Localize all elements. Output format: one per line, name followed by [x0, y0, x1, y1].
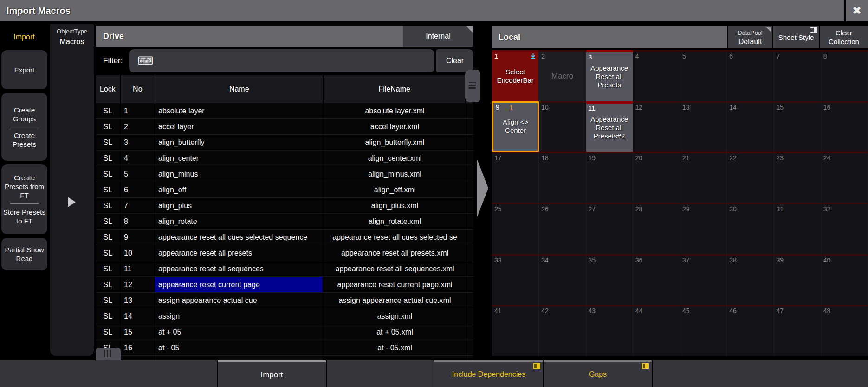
table-row[interactable]: SL14assignassign.xml: [96, 308, 473, 324]
table-row[interactable]: SL6align_offalign_off.xml: [96, 182, 473, 198]
table-row[interactable]: SL2accel layeraccel layer.xml: [96, 119, 473, 135]
cell-name[interactable]: at + 05: [155, 324, 324, 340]
cell-no[interactable]: 1: [121, 103, 155, 118]
table-row[interactable]: SL15at + 05at + 05.xml: [96, 324, 473, 340]
cell-lock[interactable]: SL: [96, 308, 121, 324]
cell-name[interactable]: assign appearance actual cue: [155, 293, 324, 308]
cell-filename[interactable]: appearance reset all sequences.xml: [324, 261, 467, 276]
cell-no[interactable]: 16: [121, 340, 155, 355]
pool-cell-39[interactable]: 39: [774, 254, 821, 305]
pool-cell-46[interactable]: 46: [727, 305, 774, 356]
pool-cell-27[interactable]: 27: [586, 203, 633, 254]
pool-cell-29[interactable]: 29: [680, 203, 727, 254]
cell-no[interactable]: 10: [121, 245, 155, 261]
pool-cell-8[interactable]: 8: [821, 50, 868, 101]
table-row[interactable]: SL16at - 05at - 05.xml: [96, 340, 473, 356]
cell-lock[interactable]: SL: [96, 324, 121, 340]
create-presets-button[interactable]: Create Presets: [1, 128, 47, 151]
pool-cell-30[interactable]: 30: [727, 203, 774, 254]
cell-name[interactable]: align_plus: [155, 198, 324, 213]
table-row[interactable]: SL5align_minusalign_minus.xml: [96, 166, 473, 182]
pool-cell-21[interactable]: 21: [680, 152, 727, 203]
pool-cell-34[interactable]: 34: [539, 254, 586, 305]
clear-collection-button[interactable]: Clear Collection: [820, 26, 868, 48]
cell-name[interactable]: appearance reset current page: [155, 277, 324, 292]
pool-cell-9[interactable]: 91Align <> Center: [492, 101, 539, 152]
cell-lock[interactable]: SL: [96, 261, 121, 276]
cell-filename[interactable]: accel layer.xml: [324, 119, 467, 134]
cell-no[interactable]: 15: [121, 324, 155, 340]
pool-cell-33[interactable]: 33: [492, 254, 539, 305]
cell-filename[interactable]: at + 05.xml: [324, 324, 467, 340]
pool-cell-32[interactable]: 32: [821, 203, 868, 254]
pool-cell-5[interactable]: 5: [680, 50, 727, 101]
table-row[interactable]: SL10appearance reset all presetsappearan…: [96, 245, 473, 261]
cell-no[interactable]: 8: [121, 214, 155, 229]
pool-cell-6[interactable]: 6: [727, 50, 774, 101]
column-header-name[interactable]: Name: [155, 75, 324, 103]
cell-no[interactable]: 7: [121, 198, 155, 213]
pool-cell-44[interactable]: 44: [633, 305, 680, 356]
pool-cell-41[interactable]: 41: [492, 305, 539, 356]
table-row[interactable]: SL1absolute layerabsolute layer.xml: [96, 103, 473, 119]
table-row[interactable]: SL9appearance reset all cues selected se…: [96, 230, 473, 245]
pool-cell-26[interactable]: 26: [539, 203, 586, 254]
sheet-style-button[interactable]: Sheet Style: [773, 26, 819, 48]
pool-cell-20[interactable]: 20: [633, 152, 680, 203]
export-button[interactable]: Export: [1, 50, 47, 89]
pool-cell-25[interactable]: 25: [492, 203, 539, 254]
pool-cell-4[interactable]: 4: [633, 50, 680, 101]
cell-name[interactable]: assign: [155, 308, 324, 324]
column-header-filename[interactable]: FileName: [324, 75, 466, 103]
pool-cell-37[interactable]: 37: [680, 254, 727, 305]
cell-filename[interactable]: align_minus.xml: [324, 166, 467, 182]
cell-filename[interactable]: appearance reset current page.xml: [324, 277, 467, 292]
pool-cell-31[interactable]: 31: [774, 203, 821, 254]
cell-filename[interactable]: assign appearance actual cue.xml: [324, 293, 467, 308]
pool-cell-35[interactable]: 35: [586, 254, 633, 305]
pool-cell-7[interactable]: 7: [774, 50, 821, 101]
play-arrow-icon[interactable]: [68, 197, 76, 207]
cell-name[interactable]: align_off: [155, 182, 324, 197]
cell-no[interactable]: 14: [121, 308, 155, 324]
pool-cell-11[interactable]: 11Appearance Reset all Presets#2: [586, 101, 633, 152]
table-row[interactable]: SL11appearance reset all sequencesappear…: [96, 261, 473, 277]
filter-input[interactable]: ⌨: [129, 49, 434, 72]
cell-no[interactable]: 4: [121, 151, 155, 166]
cell-name[interactable]: appearance reset all cues selected seque…: [155, 230, 324, 245]
table-row[interactable]: SL17at at valueat at value.xml: [96, 356, 473, 360]
pool-cell-24[interactable]: 24: [821, 152, 868, 203]
column-header-lock[interactable]: Lock: [96, 75, 121, 103]
include-dependencies-toggle[interactable]: Include Dependencies: [434, 360, 543, 387]
cell-lock[interactable]: SL: [96, 245, 121, 261]
pool-cell-17[interactable]: 17: [492, 152, 539, 203]
pool-cell-15[interactable]: 15: [774, 101, 821, 152]
pool-cell-36[interactable]: 36: [633, 254, 680, 305]
close-button[interactable]: ✖: [844, 0, 868, 21]
cell-lock[interactable]: SL: [96, 198, 121, 213]
cell-no[interactable]: 13: [121, 293, 155, 308]
table-row[interactable]: SL13assign appearance actual cueassign a…: [96, 293, 473, 308]
store-presets-to-ft-button[interactable]: Store Presets to FT: [1, 205, 47, 228]
pool-cell-42[interactable]: 42: [539, 305, 586, 356]
import-button[interactable]: Import: [218, 360, 326, 387]
partial-show-read-button[interactable]: Partial Show Read: [1, 238, 47, 270]
table-row[interactable]: SL3align_butterflyalign_butterfly.xml: [96, 135, 473, 151]
cell-filename[interactable]: absolute layer.xml: [324, 103, 467, 118]
cell-name[interactable]: appearance reset all presets: [155, 245, 324, 261]
cell-no[interactable]: 11: [121, 261, 155, 276]
drive-source-dropdown[interactable]: Internal: [403, 26, 473, 47]
cell-no[interactable]: 3: [121, 135, 155, 150]
pool-cell-16[interactable]: 16: [821, 101, 868, 152]
cell-no[interactable]: 12: [121, 277, 155, 292]
create-presets-from-ft-button[interactable]: Create Presets from FT: [1, 171, 47, 203]
pool-cell-28[interactable]: 28: [633, 203, 680, 254]
clear-filter-button[interactable]: Clear: [436, 49, 473, 72]
cell-name[interactable]: appearance reset all sequences: [155, 261, 324, 276]
pool-cell-12[interactable]: 12: [633, 101, 680, 152]
cell-filename[interactable]: align_rotate.xml: [324, 214, 467, 229]
object-type-value[interactable]: Macros: [50, 38, 94, 46]
cell-no[interactable]: 5: [121, 166, 155, 182]
cell-lock[interactable]: SL: [96, 214, 121, 229]
cell-filename[interactable]: appearance reset all cues selected se: [324, 230, 467, 245]
